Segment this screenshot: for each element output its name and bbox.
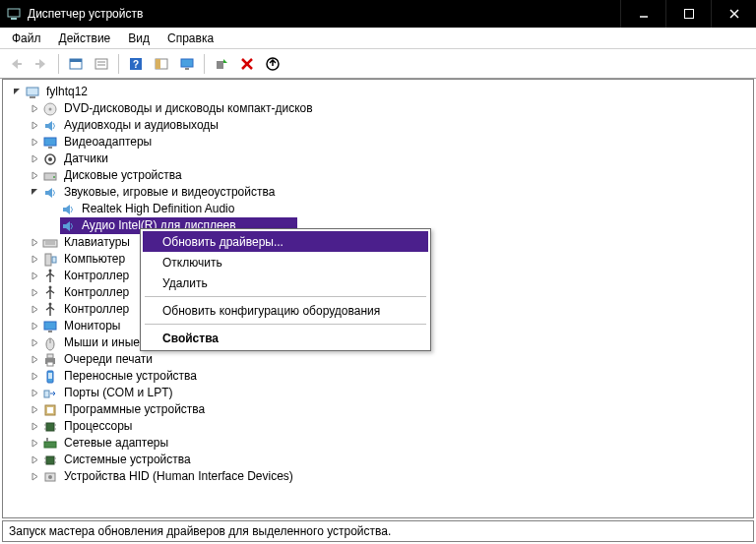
uninstall-button[interactable] [235, 52, 259, 76]
tree-item[interactable]: Аудиовходы и аудиовыходы [11, 117, 747, 134]
tree-item[interactable]: Realtek High Definition Audio [11, 201, 747, 217]
expand-icon[interactable] [29, 170, 40, 182]
update-driver-button[interactable] [261, 52, 284, 76]
tree-item[interactable]: Дисковые устройства [11, 167, 747, 184]
expand-icon[interactable] [29, 287, 40, 299]
svg-rect-45 [47, 354, 53, 358]
svg-rect-8 [70, 59, 82, 62]
tree-item[interactable]: DVD-дисководы и дисководы компакт-дисков [11, 100, 747, 117]
expand-icon[interactable] [29, 271, 40, 282]
tree-item[interactable]: Видеоадаптеры [11, 134, 747, 151]
menu-help[interactable]: Справка [159, 30, 221, 47]
svg-rect-52 [46, 423, 54, 431]
tree-item[interactable]: Устройства HID (Human Interface Devices) [11, 468, 747, 485]
expand-icon[interactable] [29, 254, 40, 266]
tree-item[interactable]: Переносные устройства [11, 368, 747, 385]
audio-icon [42, 185, 58, 201]
expand-icon[interactable] [29, 371, 40, 383]
svg-rect-36 [52, 257, 56, 263]
tree-item-label: Контроллер [62, 284, 131, 301]
close-button[interactable] [711, 0, 756, 28]
toolbar-separator [118, 54, 119, 74]
expand-icon[interactable] [29, 421, 40, 433]
expand-icon[interactable] [29, 321, 40, 332]
tree-item-label: fylhtq12 [44, 84, 90, 100]
svg-rect-0 [8, 9, 20, 17]
scan-hardware-button[interactable] [210, 52, 233, 76]
tree-item-label: Процессоры [62, 418, 135, 435]
expand-icon[interactable] [29, 237, 40, 249]
maximize-button[interactable] [665, 0, 711, 28]
tree-item-label: Программные устройства [62, 401, 207, 418]
expand-icon[interactable] [29, 438, 40, 450]
expand-icon[interactable] [29, 404, 40, 416]
forward-button[interactable] [30, 52, 53, 76]
tree-item-label: Аудиовходы и аудиовыходы [62, 117, 220, 134]
svg-rect-35 [45, 254, 51, 266]
expand-icon[interactable] [29, 471, 40, 483]
collapse-icon[interactable] [11, 87, 23, 98]
properties-button[interactable] [90, 52, 113, 76]
tree-item[interactable]: Очереди печати [11, 351, 747, 368]
expand-icon[interactable] [29, 388, 40, 399]
expand-icon[interactable] [29, 103, 40, 115]
toolbar-separator [204, 54, 205, 74]
expand-icon[interactable] [29, 304, 40, 316]
tree-item[interactable]: Процессоры [11, 418, 747, 435]
tree-item-label: Контроллер [62, 268, 131, 284]
help-button[interactable]: ? [124, 52, 148, 76]
monitor-button[interactable] [175, 52, 199, 76]
pc-icon [42, 252, 58, 268]
context-menu-item[interactable]: Отключить [143, 252, 428, 272]
back-button[interactable] [4, 52, 28, 76]
expand-icon[interactable] [29, 354, 40, 366]
tree-item-label: Датчики [62, 151, 110, 167]
speaker-icon [60, 218, 76, 234]
svg-rect-27 [48, 147, 52, 149]
context-menu-item[interactable]: Обновить конфигурацию оборудования [143, 300, 428, 321]
tree-item[interactable]: Порты (COM и LPT) [11, 385, 747, 401]
menu-view[interactable]: Вид [120, 30, 158, 47]
menu-action[interactable]: Действие [51, 30, 119, 47]
disc-icon [42, 101, 58, 117]
tree-item[interactable]: Датчики [11, 151, 747, 167]
svg-rect-9 [95, 59, 107, 69]
keyboard-icon [42, 235, 58, 251]
expand-icon[interactable] [29, 337, 40, 349]
tree-item[interactable]: fylhtq12 [11, 84, 747, 100]
collapse-icon[interactable] [29, 187, 40, 199]
menu-file[interactable]: Файл [4, 30, 49, 47]
svg-rect-23 [30, 96, 35, 98]
tree-item-label: Порты (COM и LPT) [62, 385, 175, 401]
svg-rect-41 [48, 331, 52, 332]
expand-icon[interactable] [29, 454, 40, 466]
svg-rect-58 [46, 438, 48, 442]
menubar: Файл Действие Вид Справка [0, 28, 756, 49]
expand-icon [46, 204, 58, 215]
tree-item[interactable]: Сетевые адаптеры [11, 435, 747, 452]
show-hidden-button[interactable] [64, 52, 88, 76]
svg-point-31 [53, 176, 55, 178]
portable-icon [42, 369, 58, 385]
minimize-button[interactable] [620, 0, 665, 28]
svg-rect-18 [217, 61, 223, 69]
tree-item-label: Очереди печати [62, 351, 155, 368]
context-menu-item[interactable]: Обновить драйверы... [143, 231, 428, 252]
view-button[interactable] [150, 52, 173, 76]
tree-item[interactable]: Звуковые, игровые и видеоустройства [11, 184, 747, 201]
tree-item[interactable]: Системные устройства [11, 452, 747, 468]
window-title: Диспетчер устройств [28, 7, 620, 21]
tree-item-label: Клавиатуры [62, 234, 132, 251]
tree-item-label: Сетевые адаптеры [62, 435, 170, 452]
expand-icon[interactable] [29, 120, 40, 132]
context-menu-item[interactable]: Свойства [143, 328, 428, 348]
context-menu-item[interactable]: Удалить [143, 272, 428, 293]
computer-icon [25, 85, 40, 100]
svg-rect-22 [27, 88, 38, 95]
svg-rect-46 [47, 362, 53, 366]
svg-rect-48 [48, 373, 52, 379]
expand-icon[interactable] [29, 137, 40, 149]
expand-icon[interactable] [29, 153, 40, 165]
tree-item[interactable]: Программные устройства [11, 401, 747, 418]
usb-icon [42, 285, 58, 301]
